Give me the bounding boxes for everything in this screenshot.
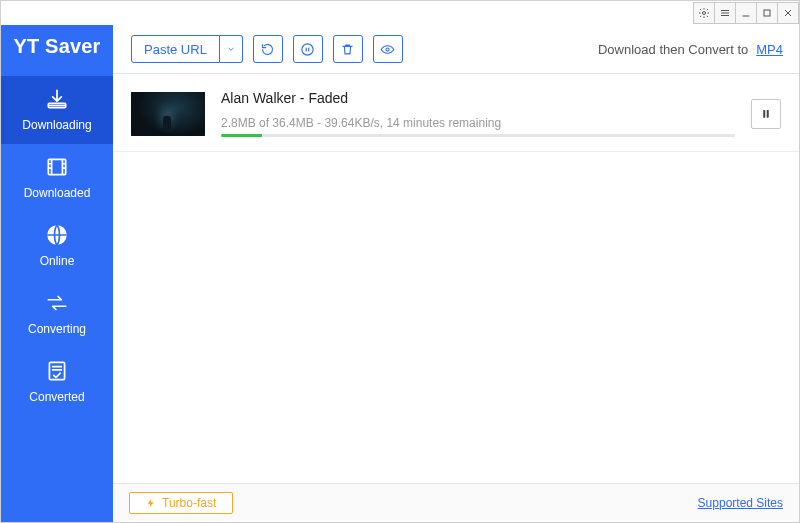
close-button[interactable] (777, 2, 799, 24)
film-icon (44, 154, 70, 180)
paste-url-group: Paste URL (131, 35, 243, 63)
convert-label: Download then Convert to (598, 42, 748, 57)
titlebar (1, 1, 799, 25)
gear-icon (698, 7, 710, 19)
maximize-icon (761, 7, 773, 19)
convert-format-link[interactable]: MP4 (756, 42, 783, 57)
pause-button[interactable] (751, 99, 781, 129)
video-thumbnail (131, 92, 205, 136)
sidebar-item-label: Converting (28, 322, 86, 336)
sidebar-item-downloading[interactable]: Downloading (1, 76, 113, 144)
supported-sites-link[interactable]: Supported Sites (698, 496, 783, 510)
settings-button[interactable] (693, 2, 715, 24)
sidebar-item-label: Online (40, 254, 75, 268)
download-icon (44, 86, 70, 112)
progress-bar (221, 134, 735, 137)
download-row: Alan Walker - Faded 2.8MB of 36.4MB - 39… (113, 74, 799, 152)
maximize-button[interactable] (756, 2, 778, 24)
turbo-fast-button[interactable]: Turbo-fast (129, 492, 233, 514)
eye-icon (380, 42, 395, 57)
main-panel: Paste URL Download then (113, 25, 799, 522)
file-check-icon (44, 358, 70, 384)
sidebar-item-converting[interactable]: Converting (1, 280, 113, 348)
paste-url-dropdown[interactable] (220, 35, 243, 63)
sidebar-item-label: Converted (29, 390, 84, 404)
download-meta: Alan Walker - Faded 2.8MB of 36.4MB - 39… (221, 90, 735, 137)
sidebar: YT Saver Downloading Downloaded Online C… (1, 25, 113, 522)
svg-rect-9 (767, 110, 769, 117)
delete-button[interactable] (333, 35, 363, 63)
minimize-button[interactable] (735, 2, 757, 24)
download-status: 2.8MB of 36.4MB - 39.64KB/s, 14 minutes … (221, 116, 735, 130)
svg-rect-8 (764, 110, 766, 117)
menu-button[interactable] (714, 2, 736, 24)
svg-rect-1 (764, 10, 770, 16)
pause-all-button[interactable] (293, 35, 323, 63)
app-window: YT Saver Downloading Downloaded Online C… (0, 0, 800, 523)
trash-icon (340, 42, 355, 57)
svg-point-7 (386, 47, 389, 50)
bolt-icon (146, 497, 156, 509)
menu-icon (719, 7, 731, 19)
retry-button[interactable] (253, 35, 283, 63)
minimize-icon (740, 7, 752, 19)
paste-url-button[interactable]: Paste URL (131, 35, 220, 63)
download-list: Alan Walker - Faded 2.8MB of 36.4MB - 39… (113, 74, 799, 483)
sidebar-item-converted[interactable]: Converted (1, 348, 113, 416)
svg-point-0 (703, 12, 706, 15)
refresh-icon (260, 42, 275, 57)
turbo-label: Turbo-fast (162, 496, 216, 510)
globe-icon (44, 222, 70, 248)
caret-down-icon (226, 44, 236, 54)
pause-icon (760, 108, 772, 120)
download-title: Alan Walker - Faded (221, 90, 735, 106)
toolbar: Paste URL Download then (113, 25, 799, 74)
convert-icon (44, 290, 70, 316)
sidebar-item-label: Downloaded (24, 186, 91, 200)
close-icon (782, 7, 794, 19)
sidebar-item-downloaded[interactable]: Downloaded (1, 144, 113, 212)
footer: Turbo-fast Supported Sites (113, 483, 799, 522)
sidebar-item-online[interactable]: Online (1, 212, 113, 280)
app-logo: YT Saver (13, 35, 100, 58)
progress-fill (221, 134, 262, 137)
pause-circle-icon (300, 42, 315, 57)
preview-button[interactable] (373, 35, 403, 63)
svg-point-6 (302, 43, 313, 54)
sidebar-item-label: Downloading (22, 118, 91, 132)
